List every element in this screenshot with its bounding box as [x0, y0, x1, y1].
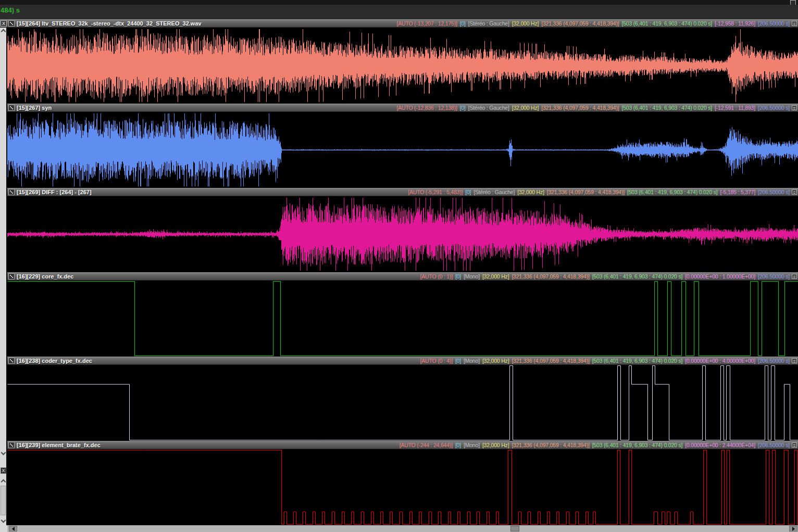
meta-minmax: [0.00000E+00 : 2.44000E+04] [685, 442, 755, 448]
scrollbar-thumb[interactable] [1, 486, 6, 515]
chevron-up-icon[interactable] [2, 29, 5, 33]
close-x-icon[interactable]: X [1, 467, 6, 474]
meta-sample-rate: [32,000 Hz] [482, 273, 509, 280]
drag-handle-dots-icon[interactable] [8, 442, 15, 448]
track-label: [15][264] ltv_STEREO_32k_-stereo_-dtx_24… [17, 20, 202, 27]
meta-channel: [Stéréo : Gauche] [468, 20, 509, 27]
waveform-canvas-4[interactable] [7, 281, 798, 357]
meta-duration: [206.50000 s] [758, 189, 790, 195]
meta-frames: [503 (6,401 : 419, 6,903 : 474) 0.020 s] [592, 358, 683, 364]
meta-samples: [321,336 (4,097,059 : 4,418,394)] [541, 105, 619, 111]
track-header: X [15][264] ltv_STEREO_32k_-stereo_-dtx_… [0, 19, 798, 28]
meta-auto-range: [AUTO (-5,291 : 5,483)] [408, 189, 463, 195]
track-section-2: [15][267] syn [AUTO (-12,836 : 12,138)] … [7, 104, 798, 188]
track-label: [16][229] core_fx.dec [17, 273, 73, 280]
meta-channel: [Stéréo : Gauche] [468, 105, 509, 111]
meta-frames: [503 (6,401 : 419, 6,903 : 474) 0.020 s] [621, 105, 712, 111]
meta-frames: [503 (6,401 : 419, 6,903 : 474) 0.020 s] [592, 273, 683, 280]
meta-sample-rate: [32,000 Hz] [517, 189, 544, 195]
meta-duration: [206.50000 s] [758, 105, 790, 111]
drag-handle-dots-icon[interactable] [8, 358, 15, 364]
meta-duration: [206.50000 s] [758, 358, 790, 364]
meta-sample-rate: [32,000 Hz] [482, 358, 509, 364]
track-meta: [AUTO (-244 : 24,644)] [0] [Mono] [32,00… [397, 442, 790, 448]
panel-menu-icon[interactable] [792, 358, 797, 363]
meta-auto-range: [AUTO (-13,207 : 12,175)] [396, 20, 457, 27]
panel-menu-icon[interactable] [792, 21, 797, 26]
track-meta: [AUTO (-5,291 : 5,483)] [0] [Stéréo : Ga… [405, 189, 790, 195]
meta-channel: [Mono] [464, 358, 480, 364]
meta-duration: [206.50000 s] [758, 442, 790, 448]
meta-auto-range: [AUTO (0 : 4)] [420, 358, 453, 364]
track-section-1: X [15][264] ltv_STEREO_32k_-stereo_-dtx_… [0, 19, 798, 104]
waveform-canvas-3[interactable] [7, 196, 798, 272]
track-header: [15][269] DIFF : [264] - [267] [AUTO (-5… [7, 188, 798, 196]
meta-zero: [0] [455, 273, 461, 280]
track-section-4: [16][229] core_fx.dec [AUTO (0 : 1)] [0]… [7, 272, 798, 357]
scrollbar-thumb[interactable] [510, 526, 519, 531]
track-header: [16][229] core_fx.dec [AUTO (0 : 1)] [0]… [7, 272, 798, 281]
arrow-left-icon[interactable] [9, 526, 17, 531]
meta-zero: [0] [455, 442, 461, 448]
meta-auto-range: [AUTO (-12,836 : 12,138)] [396, 105, 457, 111]
status-bar: 484) s [0, 5, 798, 19]
track-meta: [AUTO (-13,207 : 12,175)] [0] [Stéréo : … [394, 20, 790, 27]
horizontal-scrollbar[interactable] [7, 525, 798, 532]
track-label: [15][269] DIFF : [264] - [267] [17, 189, 92, 195]
chevron-up-icon[interactable] [2, 479, 5, 483]
track-meta: [AUTO (0 : 4)] [0] [Mono] [32,000 Hz] [3… [418, 358, 790, 364]
meta-frames: [503 (6,401 : 419, 6,903 : 474) 0.020 s] [627, 189, 718, 195]
panel-menu-icon[interactable] [792, 442, 797, 448]
meta-duration: [206.50000 s] [758, 273, 790, 280]
meta-frames: [503 (6,401 : 419, 6,903 : 474) 0.020 s] [592, 442, 683, 448]
panel-menu-icon[interactable] [792, 274, 797, 279]
meta-zero: [0] [460, 105, 466, 111]
chevron-down-icon[interactable] [2, 519, 5, 523]
panel-menu-icon[interactable] [792, 189, 797, 195]
drag-handle-dots-icon[interactable] [8, 20, 15, 27]
drag-handle-dots-icon[interactable] [8, 273, 15, 280]
scrollbar-corner [0, 525, 7, 532]
meta-sample-rate: [32,000 Hz] [512, 105, 539, 111]
meta-minmax: [0.00000E+00 : 1.00000E+00] [685, 273, 755, 280]
track-header: [15][267] syn [AUTO (-12,836 : 12,138)] … [7, 104, 798, 112]
meta-sample-rate: [32,000 Hz] [482, 442, 509, 448]
top-window-strip [0, 0, 798, 5]
track-section-5: [16][238] coder_type_fx.dec [AUTO (0 : 4… [7, 357, 798, 441]
meta-samples: [321,336 (4,097,059 : 4,418,394)] [512, 358, 589, 364]
meta-zero: [0] [465, 189, 471, 195]
meta-samples: [321,336 (4,097,059 : 4,418,394)] [512, 442, 589, 448]
meta-channel: [Stéréo : Gauche] [473, 189, 515, 195]
track-label: [16][239] element_brate_fx.dec [17, 442, 101, 448]
arrow-right-icon[interactable] [789, 526, 797, 531]
track-section-6: [16][239] element_brate_fx.dec [AUTO (-2… [7, 441, 798, 525]
meta-samples: [321,336 (4,097,059 : 4,418,394)] [541, 20, 619, 27]
close-x-icon[interactable]: X [1, 20, 7, 27]
chevron-down-icon[interactable] [2, 451, 5, 455]
track-meta: [AUTO (0 : 1)] [0] [Mono] [32,000 Hz] [3… [418, 273, 790, 280]
track-label: [15][267] syn [17, 105, 52, 111]
track-header: [16][238] coder_type_fx.dec [AUTO (0 : 4… [7, 357, 798, 365]
meta-zero: [0] [455, 358, 461, 364]
track-section-3: [15][269] DIFF : [264] - [267] [AUTO (-5… [7, 188, 798, 272]
meta-sample-rate: [32,000 Hz] [512, 20, 539, 27]
waveform-canvas-1[interactable] [7, 28, 798, 104]
meta-minmax: [-5,185 : 5,377] [720, 189, 755, 195]
meta-auto-range: [AUTO (0 : 1)] [420, 273, 453, 280]
drag-handle-dots-icon[interactable] [8, 105, 15, 111]
meta-minmax: [-12,958 : 11,926] [715, 20, 755, 27]
meta-minmax: [0.00000E+00 : 4.00000E+00] [685, 358, 755, 364]
meta-frames: [503 (6,401 : 419, 6,903 : 474) 0.020 s] [621, 20, 712, 27]
meta-minmax: [-12,591 : 11,893] [715, 105, 755, 111]
panel-menu-icon[interactable] [792, 105, 797, 110]
waveform-canvas-2[interactable] [7, 112, 798, 188]
meta-zero: [0] [460, 20, 466, 27]
waveform-canvas-5[interactable] [7, 365, 798, 441]
drag-handle-dots-icon[interactable] [8, 189, 15, 195]
status-text: 484) s [1, 6, 20, 14]
vertical-scrollbar[interactable]: X [0, 28, 7, 525]
track-label: [16][238] coder_type_fx.dec [17, 358, 92, 364]
meta-channel: [Mono] [464, 442, 480, 448]
waveform-canvas-6[interactable] [7, 449, 798, 525]
meta-samples: [321,336 (4,097,059 : 4,418,394)] [547, 189, 625, 195]
